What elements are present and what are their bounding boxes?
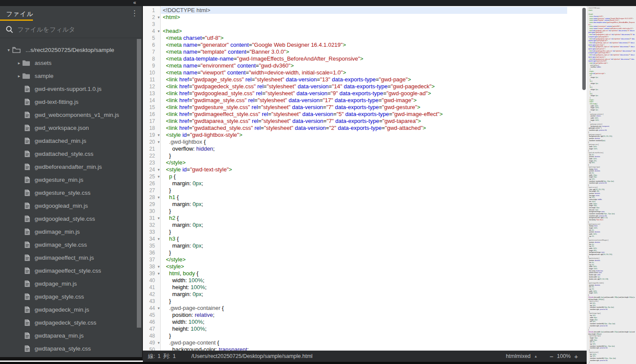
- fold-icon[interactable]: ▾: [156, 270, 161, 277]
- code-line-3[interactable]: 3: [143, 21, 587, 28]
- code-line-31[interactable]: 31▾ h2 {: [143, 215, 587, 222]
- tree-root-folder[interactable]: ▾...s/rect20250725/Desktop/sample: [0, 43, 142, 56]
- fold-icon[interactable]: ▾: [156, 339, 161, 346]
- code-line-28[interactable]: 28▾ h1 {: [143, 194, 587, 201]
- tree-file-gwdattached_min.js[interactable]: gwdattached_min.js: [0, 134, 142, 147]
- code-line-2[interactable]: 2▾<html>: [143, 14, 587, 21]
- fold-icon[interactable]: ▾: [156, 132, 161, 139]
- code-line-29[interactable]: 29 margin: 0px;: [143, 201, 587, 208]
- code-line-19[interactable]: 19▾ <style id="gwd-lightbox-style">: [143, 132, 587, 139]
- code-line-47[interactable]: 47 height: 100%;: [143, 325, 587, 332]
- tree-file-gwdpage_style.css[interactable]: gwdpage_style.css: [0, 290, 142, 303]
- tree-file-gwdimage_min.js[interactable]: gwdimage_min.js: [0, 225, 142, 238]
- disclosure-closed-icon[interactable]: ▸: [16, 74, 23, 78]
- fold-icon[interactable]: ▾: [156, 305, 161, 312]
- tree-file-gwdgooglead_min.js[interactable]: gwdgooglead_min.js: [0, 199, 142, 212]
- fold-icon[interactable]: ▾: [156, 235, 161, 242]
- code-line-6[interactable]: 6 <meta name="generator" content="Google…: [143, 42, 587, 48]
- language-mode-selector[interactable]: htmlmixed: [506, 353, 531, 359]
- collapse-panel-icon[interactable]: «: [130, 0, 139, 6]
- file-filter-input[interactable]: [16, 23, 125, 35]
- code-line-4[interactable]: 4▾<head>: [143, 28, 587, 35]
- editor-scrollbar-thumb[interactable]: [582, 8, 586, 90]
- minimap[interactable]: <!DOCTYPE html><html> <head> <meta chars…: [587, 6, 636, 364]
- tree-file-gwdgesture_min.js[interactable]: gwdgesture_min.js: [0, 173, 142, 186]
- fold-icon[interactable]: ▾: [156, 139, 161, 145]
- code-line-26[interactable]: 26 margin: 0px;: [143, 180, 587, 187]
- code-line-1[interactable]: 1<!DOCTYPE html>: [143, 7, 587, 14]
- code-line-17[interactable]: 17 <link href="gwdtaparea_style.css" rel…: [143, 118, 587, 125]
- tree-file-gwdpagedeck_style.css[interactable]: gwdpagedeck_style.css: [0, 316, 142, 329]
- tree-folder-assets[interactable]: ▸assets: [0, 56, 142, 69]
- fold-icon[interactable]: ▾: [156, 194, 161, 201]
- code-line-9[interactable]: 9 <meta name="environment" content="gwd-…: [143, 62, 587, 69]
- fold-icon[interactable]: ▾: [156, 14, 161, 21]
- tree-file-gwdpagedeck_min.js[interactable]: gwdpagedeck_min.js: [0, 303, 142, 316]
- code-line-22[interactable]: 22 }: [143, 152, 587, 159]
- tree-file-gwdattached_style.css[interactable]: gwdattached_style.css: [0, 147, 142, 160]
- code-line-43[interactable]: 43 }: [143, 298, 587, 305]
- code-line-13[interactable]: 13 <link href="gwdgooglead_style.css" re…: [143, 90, 587, 97]
- code-line-45[interactable]: 45 position: relative;: [143, 312, 587, 319]
- tree-file-gwd-text-fitting.js[interactable]: gwd-text-fitting.js: [0, 95, 142, 108]
- tree-file-gwdgesture_style.css[interactable]: gwdgesture_style.css: [0, 186, 142, 199]
- disclosure-open-icon[interactable]: ▾: [5, 48, 12, 52]
- code-line-36[interactable]: 36 }: [143, 249, 587, 256]
- code-line-16[interactable]: 16 <link href="gwdimageeffect_style.css"…: [143, 111, 587, 118]
- tree-file-gwdimageeffect_min.js[interactable]: gwdimageeffect_min.js: [0, 251, 142, 264]
- code-line-35[interactable]: 35 margin: 0px;: [143, 242, 587, 249]
- tree-file-gwd-events-support.1.0.js[interactable]: gwd-events-support.1.0.js: [0, 82, 142, 95]
- tree-file-gwdtaparea_min.js[interactable]: gwdtaparea_min.js: [0, 329, 142, 342]
- tree-file-gwdimageeffect_style.css[interactable]: gwdimageeffect_style.css: [0, 264, 142, 277]
- code-line-5[interactable]: 5 <meta charset="utf-8">: [143, 35, 587, 42]
- fold-icon[interactable]: ▾: [156, 263, 161, 270]
- sidebar-scrollbar[interactable]: [137, 39, 141, 328]
- code-line-20[interactable]: 20▾ .gwd-lightbox {: [143, 139, 587, 145]
- tree-file-gwdpage_min.js[interactable]: gwdpage_min.js: [0, 277, 142, 290]
- code-line-24[interactable]: 24▾ <style id="gwd-text-style">: [143, 166, 587, 173]
- code-line-37[interactable]: 37 </style>: [143, 256, 587, 263]
- tree-file-gwdbeforeandafter_min.js[interactable]: gwdbeforeandafter_min.js: [0, 160, 142, 173]
- kebab-menu-icon[interactable]: ⋮: [131, 8, 138, 19]
- zoom-in-button[interactable]: +: [571, 353, 581, 360]
- mode-caret-icon[interactable]: ▲: [534, 354, 538, 358]
- fold-icon[interactable]: ▾: [156, 28, 161, 35]
- code-line-39[interactable]: 39▾ html, body {: [143, 270, 587, 277]
- code-line-49[interactable]: 49▾ .gwd-page-content {: [143, 339, 587, 346]
- code-line-8[interactable]: 8 <meta data-template-name="gwd-ImageEff…: [143, 55, 587, 62]
- code-line-30[interactable]: 30 }: [143, 208, 587, 215]
- tree-file-gwd_workspace.json[interactable]: gwd_workspace.json: [0, 121, 142, 134]
- code-line-25[interactable]: 25▾ p {: [143, 173, 587, 180]
- tree-file-gwdtaparea_style.css[interactable]: gwdtaparea_style.css: [0, 342, 142, 355]
- tree-folder-sample[interactable]: ▸sample: [0, 69, 142, 82]
- code-line-46[interactable]: 46 width: 100%;: [143, 319, 587, 325]
- zoom-out-button[interactable]: −: [547, 353, 556, 360]
- tree-file-gwd_webcomponents_v1_min.js[interactable]: gwd_webcomponents_v1_min.js: [0, 108, 142, 121]
- code-line-21[interactable]: 21 overflow: hidden;: [143, 145, 587, 152]
- code-line-12[interactable]: 12 <link href="gwdpagedeck_style.css" re…: [143, 83, 587, 90]
- code-line-23[interactable]: 23 </style>: [143, 159, 587, 166]
- code-line-48[interactable]: 48 }: [143, 332, 587, 339]
- code-line-42[interactable]: 42 margin: 0px;: [143, 291, 587, 298]
- code-line-50[interactable]: 50 background-color: transparent;: [143, 346, 587, 351]
- code-line-33[interactable]: 33 }: [143, 229, 587, 235]
- code-line-7[interactable]: 7 <meta name="template" content="Banner …: [143, 48, 587, 55]
- code-line-14[interactable]: 14 <link href="gwdimage_style.css" rel="…: [143, 97, 587, 104]
- fold-icon[interactable]: ▾: [156, 173, 161, 180]
- code-line-34[interactable]: 34▾ h3 {: [143, 235, 587, 242]
- code-line-41[interactable]: 41 height: 100%;: [143, 284, 587, 291]
- code-line-44[interactable]: 44▾ .gwd-page-container {: [143, 305, 587, 312]
- code-line-10[interactable]: 10 <meta name="viewport" content="width=…: [143, 69, 587, 76]
- tree-file-gwdgooglead_style.css[interactable]: gwdgooglead_style.css: [0, 212, 142, 225]
- tree-file-gwdimage_style.css[interactable]: gwdimage_style.css: [0, 238, 142, 251]
- disclosure-closed-icon[interactable]: ▸: [16, 61, 23, 65]
- fold-icon[interactable]: ▾: [156, 215, 161, 222]
- code-line-18[interactable]: 18 <link href="gwdattached_style.css" re…: [143, 125, 587, 132]
- fold-icon[interactable]: ▾: [156, 166, 161, 173]
- code-line-32[interactable]: 32 margin: 0px;: [143, 222, 587, 229]
- code-line-11[interactable]: 11 <link href="gwdpage_style.css" rel="s…: [143, 76, 587, 83]
- code-line-15[interactable]: 15 <link href="gwdgesture_style.css" rel…: [143, 104, 587, 111]
- code-editor[interactable]: 1<!DOCTYPE html>2▾<html>34▾<head>5 <meta…: [143, 6, 587, 351]
- code-line-38[interactable]: 38▾ <style>: [143, 263, 587, 270]
- code-line-40[interactable]: 40 width: 100%;: [143, 277, 587, 284]
